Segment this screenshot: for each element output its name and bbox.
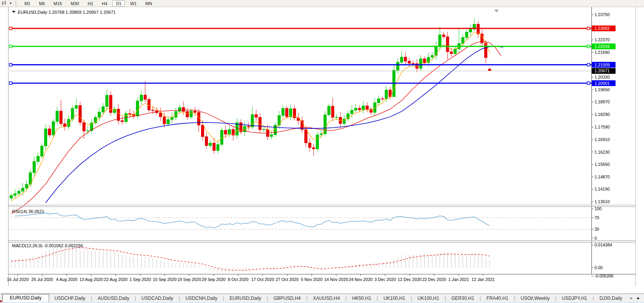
timeframe-button-h4[interactable]: H4 [98,0,111,7]
chart-window[interactable]: EURUSD,Daily 1.20768 1.20859 1.20657 1.2… [0,7,644,294]
svg-text:1.22016: 1.22016 [595,44,610,49]
chart-tab-usoil-weekly[interactable]: USOil,Weekly [515,295,555,302]
chart-title: EURUSD,Daily 1.20768 1.20859 1.20657 1.2… [12,10,116,15]
svg-text:22 Dec 2020: 22 Dec 2020 [422,277,446,282]
timeframe-button-h1[interactable]: H1 [84,0,97,7]
svg-text:19 Sep 2020: 19 Sep 2020 [177,277,201,282]
price-badge-1.23002: 1.23002 [592,26,615,31]
scroll-left-icon[interactable]: ◄ [629,296,633,300]
chevron-down-icon[interactable]: ▼ [9,2,12,5]
svg-text:8 Oct 2020: 8 Oct 2020 [228,277,248,282]
svg-text:1.23750: 1.23750 [595,12,610,17]
line-handle[interactable] [9,82,12,84]
tab-scroll-arrows: ◄► [625,294,644,302]
svg-text:30: 30 [595,227,599,231]
svg-text:24 Nov 2020: 24 Nov 2020 [349,277,373,282]
chart-tab-usdcnh-daily[interactable]: USDCNH,Daily [180,295,223,302]
svg-text:12 Jan 2021: 12 Jan 2021 [472,277,495,282]
chart-tab-dj30-daily[interactable]: DJ30,Daily [594,295,628,302]
svg-text:1.23002: 1.23002 [595,26,610,31]
chart-tab-audusd-daily[interactable]: AUDUSD,Daily [92,295,135,302]
svg-text:1.16230: 1.16230 [595,150,610,154]
svg-text:1 Sep 2020: 1 Sep 2020 [130,277,151,282]
svg-text:1.13510: 1.13510 [595,199,610,204]
timeframe-button-mn[interactable]: MN [142,0,156,7]
svg-text:0.014384: 0.014384 [595,242,612,247]
chart-tab-uk100-h1[interactable]: UK100,H1 [378,295,411,302]
svg-text:1.19650: 1.19650 [595,87,610,92]
svg-text:EURUSD,Daily 1.20768 1.20859: EURUSD,Daily 1.20768 1.20859 1.20657 1.2… [18,10,115,15]
chart-tab-usdchf-daily[interactable]: USDCHF,Daily [49,295,91,302]
svg-text:4 Aug 2020: 4 Aug 2020 [56,277,77,282]
svg-text:1.16910: 1.16910 [595,137,610,142]
chart-tab-uk100-h1[interactable]: UK100,H1 [412,295,445,302]
svg-text:5 Nov 2020: 5 Nov 2020 [301,277,322,282]
line-handle[interactable] [9,45,12,48]
svg-text:3 Dec 2020: 3 Dec 2020 [374,277,396,282]
svg-text:17 Oct 2020: 17 Oct 2020 [251,277,274,282]
timeframe-button-m15[interactable]: M15 [50,0,65,7]
svg-text:1.20671: 1.20671 [595,68,610,73]
timeframe-button-m5[interactable]: M5 [35,0,48,7]
svg-text:25 Jul 2020: 25 Jul 2020 [31,277,53,282]
svg-text:12 Dec 2020: 12 Dec 2020 [398,277,422,282]
svg-text:70: 70 [595,215,599,220]
timeframe-button-w1[interactable]: W1 [126,0,140,7]
timeframe-button-d1[interactable]: D1 [112,0,125,7]
line-handle[interactable] [9,27,12,30]
price-badge-1.20001: 1.20001 [592,80,615,86]
mt4-window: ▼ M1M5M15M30H1H4D1W1MN EURUSD,Daily 1.20… [0,0,644,303]
chart-tab-eurusd-daily[interactable]: EURUSD,Daily [224,295,267,302]
svg-text:1.15550: 1.15550 [595,162,610,167]
line-handle[interactable] [587,45,590,48]
svg-text:22 Aug 2020: 22 Aug 2020 [104,277,128,282]
svg-text:-0.005396: -0.005396 [595,274,613,278]
line-handle[interactable] [9,63,12,66]
timeframe-button-m1[interactable]: M1 [21,0,34,7]
price-chart[interactable]: EURUSD,Daily 1.20768 1.20859 1.20657 1.2… [0,7,644,294]
svg-text:1.17590: 1.17590 [595,125,610,129]
chart-tab-gbpusd-h4[interactable]: GBPUSD,H4 [268,295,306,302]
svg-text:MACD(12,26,9) -0.001062 0.0021: MACD(12,26,9) -0.001062 0.002156 [12,243,83,248]
tabbar-edge [0,294,2,302]
svg-text:29 Sep 2020: 29 Sep 2020 [202,277,226,282]
chart-tab-usdcad-daily[interactable]: USDCAD,Daily [136,295,179,302]
chart-tab-ger30-h1[interactable]: GER30,H1 [446,295,480,302]
price-badge-1.20671: 1.20671 [592,68,615,74]
svg-text:1.20001: 1.20001 [595,81,610,86]
svg-text:1.18290: 1.18290 [595,112,610,117]
chart-type-icon[interactable] [2,1,8,6]
chart-tab-hk50-h1[interactable]: HK50,H1 [347,295,377,302]
svg-text:1.21690: 1.21690 [595,50,610,55]
svg-text:100: 100 [595,207,602,211]
line-handle[interactable] [587,82,590,84]
toolbar-grip[interactable] [15,1,17,6]
svg-text:1.21009: 1.21009 [595,62,610,67]
price-badge-1.22016: 1.22016 [592,44,615,50]
svg-text:13 Aug 2020: 13 Aug 2020 [79,277,103,282]
timeframe-button-m30[interactable]: M30 [67,0,82,7]
svg-text:1.22370: 1.22370 [595,37,610,42]
svg-text:1.14870: 1.14870 [595,174,610,179]
chart-tab-usdjpy-h1[interactable]: USDJPY,H1 [556,295,593,302]
svg-text:14 Nov 2020: 14 Nov 2020 [324,277,348,282]
chart-tabs: EURUSD,DailyUSDCHF,Daily|AUDUSD,Daily|US… [0,294,644,302]
svg-text:0: 0 [595,236,597,241]
svg-text:1.20330: 1.20330 [595,75,610,79]
price-badge-1.21009: 1.21009 [592,62,615,68]
svg-text:1.18970: 1.18970 [595,99,610,104]
chart-tab-eurusd-daily[interactable]: EURUSD,Daily [2,294,49,302]
svg-text:16 Jul 2020: 16 Jul 2020 [7,277,28,282]
scroll-right-icon[interactable]: ► [637,296,640,300]
chart-tab-fra40-h1[interactable]: FRA40,H1 [481,295,514,302]
line-handle[interactable] [587,63,590,66]
timeframe-buttons: M1M5M15M30H1H4D1W1MN [20,0,156,7]
svg-text:0.00: 0.00 [595,265,603,270]
svg-text:RSI(14) 36.0521: RSI(14) 36.0521 [12,209,44,214]
chart-tab-xauusd-h4[interactable]: XAUUSD,H4 [307,295,346,302]
line-handle[interactable] [587,27,590,30]
svg-text:1 Jan 2021: 1 Jan 2021 [448,277,469,282]
svg-text:27 Oct 2020: 27 Oct 2020 [276,277,298,282]
toolbar: ▼ M1M5M15M30H1H4D1W1MN [0,0,644,7]
svg-text:1.14190: 1.14190 [595,187,610,191]
